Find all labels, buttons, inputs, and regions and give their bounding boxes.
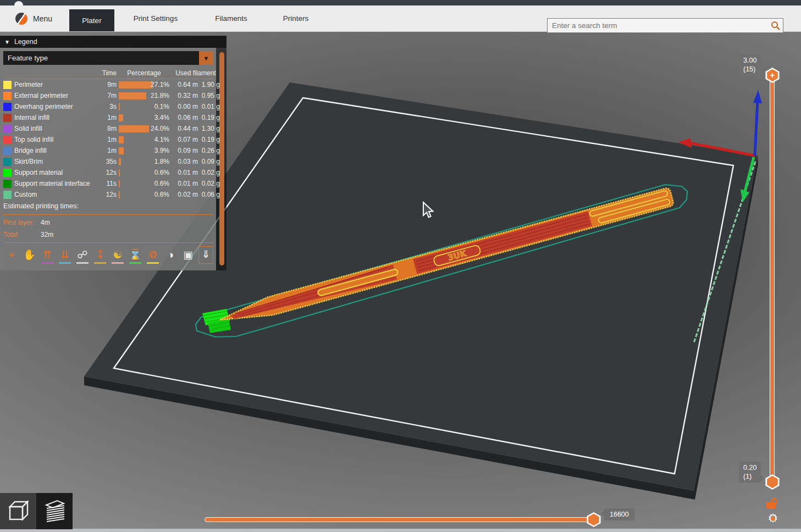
feature-weight: 0.01 g [198, 103, 220, 110]
z-axis-arrow [753, 90, 762, 103]
legend-row-custom: Custom 12s 0.6% 0.02 m 0.06 g [3, 189, 213, 200]
feature-percentage: 0.6% [154, 169, 169, 176]
feature-color-swatch [3, 103, 12, 111]
legend-column-headers: Time Percentage Used filament [3, 68, 213, 79]
seams-icon[interactable]: ☍ [75, 246, 90, 264]
feature-time: 1m [101, 114, 117, 121]
tool-changes-icon[interactable]: ↧ [92, 246, 107, 264]
legend-row-perimeter: Perimeter 9m 27.1% 0.64 m 1.90 g [3, 79, 213, 90]
custom-gcodes-icon[interactable]: ⚙ [146, 246, 161, 264]
legend-scrollbar[interactable] [219, 52, 224, 265]
legend-row-top-solid-infill: Top solid infill 1m 4.1% 0.07 m 0.19 g [3, 134, 213, 145]
legend-row-support-material: Support material 12s 0.6% 0.01 m 0.02 g [3, 167, 213, 178]
layer-slider-top-tooltip: 3.00 (15) [739, 54, 761, 75]
dropdown-arrow-icon[interactable]: ▼ [199, 51, 213, 65]
estimated-times-heading: Estimated printing times: [3, 202, 213, 212]
feature-label: Perimeter [14, 81, 101, 88]
feature-color-swatch [3, 158, 12, 166]
feature-time: 1m [101, 136, 117, 143]
feature-percentage: 0.1% [154, 103, 169, 110]
percentage-bar [119, 147, 124, 154]
percentage-bar [119, 136, 124, 143]
feature-label: Bridge infill [14, 147, 101, 154]
total-time: Total: 32m [3, 229, 213, 240]
view-type-dropdown[interactable]: Feature type ▼ [3, 51, 213, 65]
feature-length: 0.03 m [172, 158, 198, 165]
top-layer-number: (15) [743, 65, 756, 74]
feature-percentage: 0.6% [154, 191, 169, 198]
legend-collapse-header[interactable]: ▼ Legend [0, 36, 227, 48]
separator [3, 214, 213, 215]
feature-time: 9m [101, 81, 117, 88]
feature-percentage: 3.4% [154, 114, 169, 121]
feature-length: 0.01 m [172, 169, 198, 176]
tab-plater[interactable]: Plater [69, 9, 114, 31]
feature-length: 0.09 m [172, 147, 198, 154]
feature-color-swatch [3, 180, 12, 188]
feature-label: Support material interface [14, 180, 101, 187]
add-color-change-icon[interactable]: + [770, 70, 775, 80]
bottom-layer-number: (1) [743, 472, 756, 481]
app-logo-icon [15, 13, 27, 25]
feature-label: Support material [14, 169, 101, 176]
column-time: Time [101, 69, 117, 77]
feature-length: 0.44 m [172, 125, 198, 132]
cube-icon [5, 498, 31, 524]
gear-icon[interactable]: ⚙ [766, 511, 780, 525]
window-title-bar [0, 0, 801, 5]
percentage-bar [119, 169, 120, 176]
feature-time: 12s [101, 191, 117, 198]
moves-slider-tooltip: 16600 [604, 508, 634, 520]
toolpaths-icon[interactable]: ⇓ [198, 246, 213, 264]
bottom-layer-height: 0.20 [743, 463, 756, 472]
feature-percentage: 0.6% [154, 180, 169, 187]
feature-percentage: 24.0% [151, 125, 169, 132]
move-index-value: 16600 [610, 511, 629, 518]
feature-label: Skirt/Brim [14, 158, 101, 165]
preview-view-button[interactable] [36, 493, 73, 529]
percentage-bar [119, 180, 120, 187]
first-layer-value: 4m [41, 219, 50, 226]
feature-weight: 0.19 g [198, 114, 220, 121]
lock-open-icon[interactable] [766, 498, 780, 511]
view-mode-switcher [0, 493, 73, 529]
color-changes-icon[interactable]: ☯ [110, 246, 125, 264]
tab-print-settings[interactable]: Print Settings [114, 5, 197, 31]
feature-color-swatch [3, 125, 12, 133]
preview-options-toolbar: ⌖ ✋ ⇈ ⇊ ☍ ↧ ☯ ⌛ ⚙ ◑ ▣ ⇓ [3, 246, 213, 264]
search-input[interactable] [547, 18, 783, 33]
collapse-triangle-icon: ▼ [4, 39, 10, 45]
feature-time: 12s [101, 169, 117, 176]
tab-filaments[interactable]: Filaments [197, 5, 266, 31]
tab-printers[interactable]: Printers [266, 5, 326, 31]
deretractions-icon[interactable]: ⇊ [57, 246, 72, 264]
feature-weight: 0.02 g [198, 180, 220, 187]
top-layer-height: 3.00 [743, 56, 756, 65]
feature-label: Custom [14, 191, 101, 198]
feature-label: External perimeter [14, 92, 101, 99]
pause-prints-icon[interactable]: ⌛ [128, 246, 143, 264]
retractions-icon[interactable]: ⇈ [40, 246, 54, 264]
feature-color-swatch [3, 81, 12, 89]
percentage-bar [119, 103, 120, 110]
feature-length: 0.64 m [172, 81, 198, 88]
legend-row-skirt-brim: Skirt/Brim 35s 1.8% 0.03 m 0.09 g [3, 156, 213, 167]
moves-slider-track[interactable] [205, 517, 596, 522]
travels-icon[interactable]: ⌖ [4, 246, 19, 264]
feature-color-swatch [3, 169, 12, 177]
feature-color-swatch [3, 114, 12, 122]
layer-slider-track[interactable] [770, 75, 775, 482]
feature-length: 0.07 m [172, 136, 198, 143]
wipe-icon[interactable]: ✋ [22, 246, 37, 264]
status-strip [0, 529, 801, 532]
menu-button[interactable]: Menu [0, 5, 65, 31]
legend-row-bridge-infill: Bridge infill 1m 3.9% 0.09 m 0.26 g [3, 145, 213, 156]
center-of-gravity-icon[interactable]: ◑ [163, 246, 178, 264]
feature-length: 0.00 m [172, 103, 198, 110]
feature-weight: 0.02 g [198, 169, 220, 176]
feature-percentage: 27.1% [151, 81, 169, 88]
3d-editor-view-button[interactable] [0, 493, 36, 529]
search-icon[interactable] [771, 21, 780, 30]
feature-weight: 0.19 g [198, 136, 220, 143]
shells-icon[interactable]: ▣ [181, 246, 196, 264]
